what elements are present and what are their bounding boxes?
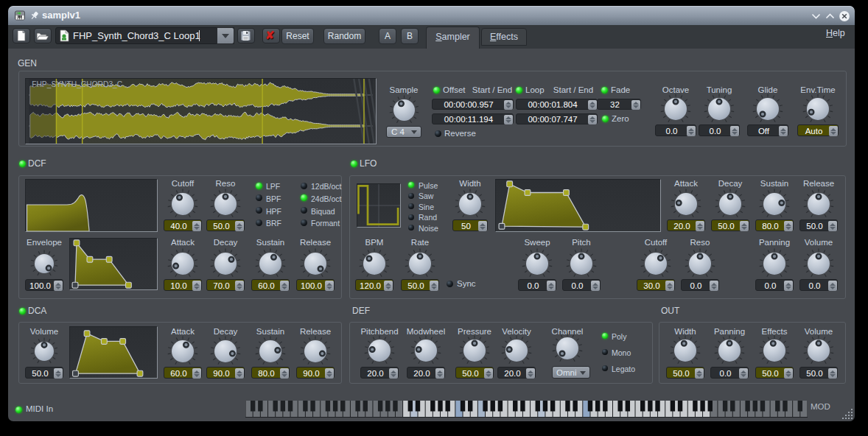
svg-text:FHP_SYNTH_CHORD3_C: FHP_SYNTH_CHORD3_C	[32, 80, 123, 88]
